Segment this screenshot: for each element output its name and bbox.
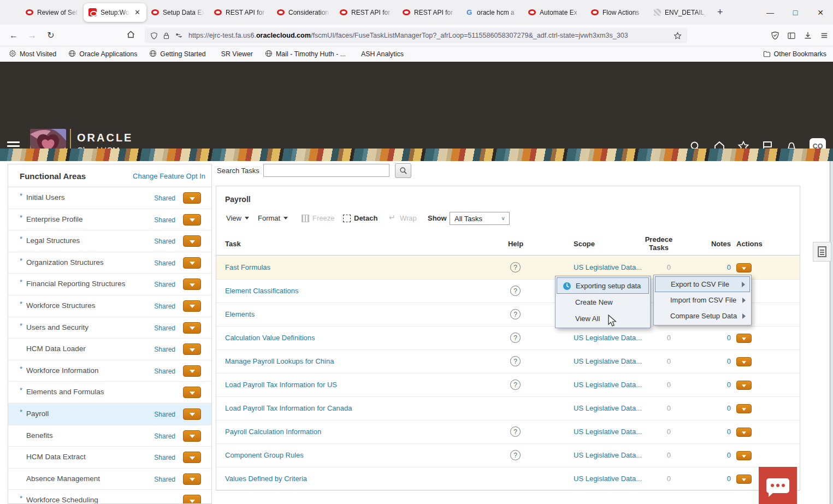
help-icon[interactable]: ?: [510, 286, 521, 296]
row-actions-button[interactable]: [736, 381, 752, 390]
row-actions-button[interactable]: [736, 428, 752, 437]
notes-count-link[interactable]: 0: [697, 404, 731, 412]
change-feature-opt-in-link[interactable]: Change Feature Opt In: [133, 172, 205, 180]
search-button[interactable]: [395, 163, 411, 178]
functional-area-actions-button[interactable]: [183, 343, 201, 355]
column-header-notes[interactable]: Notes: [686, 240, 731, 248]
column-header-actions[interactable]: Actions: [736, 240, 763, 248]
help-icon[interactable]: ?: [510, 380, 521, 390]
lock-icon[interactable]: [163, 32, 170, 40]
row-actions-button[interactable]: [736, 475, 752, 484]
back-icon[interactable]: ←: [4, 31, 23, 40]
permissions-icon[interactable]: [175, 32, 184, 39]
url-text[interactable]: https://ejrc-test.fa.us6.oraclecloud.com…: [188, 32, 669, 39]
minimize-button[interactable]: —: [758, 0, 783, 25]
browser-tab-setup-data-ex[interactable]: Setup Data Ex: [146, 3, 209, 22]
bookmark-oracle-applications[interactable]: Oracle Applications: [68, 50, 137, 59]
sidebar-item-absence-management[interactable]: Absence ManagementShared: [8, 469, 211, 490]
sidebar-item-users-and-security[interactable]: *Users and SecurityShared: [8, 317, 211, 339]
bookmark-star-icon[interactable]: [674, 32, 682, 40]
other-bookmarks[interactable]: Other Bookmarks: [763, 50, 826, 58]
browser-tab-flow-actions[interactable]: Flow Actions: [586, 3, 649, 22]
task-link[interactable]: Component Group Rules: [225, 451, 304, 459]
row-actions-button[interactable]: [736, 357, 752, 366]
browser-tab-rest-api-for-c[interactable]: REST API for C: [398, 3, 460, 22]
row-actions-button[interactable]: [736, 404, 752, 413]
home-icon[interactable]: [121, 30, 140, 41]
shared-link[interactable]: Shared: [154, 432, 175, 440]
bookmark-sr-viewer[interactable]: SR Viewer: [218, 50, 253, 58]
sidebar-item-legal-structures[interactable]: *Legal StructuresShared: [8, 230, 211, 252]
maximize-button[interactable]: □: [783, 0, 808, 25]
menu-item-create-new[interactable]: Create New: [557, 294, 649, 310]
menu-icon[interactable]: [820, 32, 829, 39]
help-icon[interactable]: ?: [510, 262, 521, 272]
help-icon[interactable]: ?: [510, 356, 521, 366]
functional-area-actions-button[interactable]: [183, 473, 201, 485]
sidebar-item-workforce-scheduling[interactable]: *Workforce Scheduling: [8, 490, 211, 504]
shared-link[interactable]: Shared: [154, 303, 175, 310]
functional-area-actions-button[interactable]: [183, 387, 201, 398]
functional-area-actions-button[interactable]: [183, 408, 201, 420]
sidebar-toggle-icon[interactable]: [787, 32, 796, 40]
row-actions-button[interactable]: [736, 334, 752, 343]
notes-count-link[interactable]: 0: [697, 475, 731, 483]
shared-link[interactable]: Shared: [154, 367, 175, 375]
browser-tab-consideration[interactable]: Consideration: [272, 3, 335, 22]
sidebar-item-workforce-structures[interactable]: *Workforce StructuresShared: [8, 295, 211, 317]
functional-area-actions-button[interactable]: [183, 300, 201, 312]
functional-area-actions-button[interactable]: [183, 495, 201, 504]
functional-area-actions-button[interactable]: [183, 235, 201, 247]
help-icon[interactable]: ?: [510, 333, 521, 343]
shared-link[interactable]: Shared: [154, 238, 175, 245]
menu-item-import-from-csv-file[interactable]: Import from CSV File: [655, 292, 750, 308]
shared-link[interactable]: Shared: [154, 216, 175, 224]
new-tab-button[interactable]: +: [712, 4, 729, 20]
functional-area-actions-button[interactable]: [183, 322, 201, 334]
column-header-help[interactable]: Help: [499, 240, 532, 248]
task-link[interactable]: Fast Formulas: [225, 263, 270, 271]
functional-area-actions-button[interactable]: [183, 365, 201, 377]
url-bar[interactable]: https://ejrc-test.fa.us6.oraclecloud.com…: [145, 28, 687, 43]
help-icon[interactable]: ?: [510, 426, 521, 437]
help-icon[interactable]: ?: [510, 450, 521, 460]
functional-area-actions-button[interactable]: [183, 452, 201, 463]
shared-link[interactable]: Shared: [154, 281, 175, 288]
notes-count-link[interactable]: 0: [697, 381, 731, 389]
task-link[interactable]: Elements: [225, 310, 255, 318]
notes-count-link[interactable]: 0: [697, 357, 731, 365]
sidebar-item-benefits[interactable]: BenefitsShared: [8, 425, 211, 447]
task-link[interactable]: Load Payroll Tax Information for US: [225, 381, 337, 389]
task-panel-toggle-button[interactable]: [813, 242, 831, 262]
notes-count-link[interactable]: 0: [697, 334, 731, 342]
shared-link[interactable]: Shared: [154, 194, 175, 202]
sidebar-item-hcm-data-loader[interactable]: HCM Data LoaderShared: [8, 339, 211, 360]
column-header-scope[interactable]: Scope: [574, 240, 595, 248]
browser-tab-automate-ex[interactable]: Automate Ex: [523, 3, 586, 22]
column-header-predecessor[interactable]: PredeceTasks: [631, 235, 686, 252]
bookmark-mail-timothy-huth[interactable]: Mail - Timothy Huth - ...: [265, 50, 346, 59]
feedback-widget-button[interactable]: [759, 467, 797, 504]
shield-icon[interactable]: [150, 32, 158, 40]
view-menu-button[interactable]: View: [226, 214, 249, 222]
notes-count-link[interactable]: 0: [697, 428, 731, 436]
task-link[interactable]: Values Defined by Criteria: [225, 475, 307, 483]
forward-icon[interactable]: →: [23, 31, 42, 40]
bookmark-ash-analytics[interactable]: ASH Analytics: [358, 50, 404, 58]
column-header-task[interactable]: Task: [225, 240, 241, 248]
sidebar-item-initial-users[interactable]: *Initial UsersShared: [8, 187, 211, 209]
task-link[interactable]: Payroll Calculation Information: [225, 428, 321, 436]
show-filter-select[interactable]: All Tasks˅: [450, 212, 510, 225]
row-actions-button[interactable]: [736, 451, 752, 460]
sidebar-item-enterprise-profile[interactable]: *Enterprise ProfileShared: [8, 209, 211, 231]
menu-item-export-to-csv-file[interactable]: Export to CSV File: [655, 276, 750, 292]
sidebar-item-organization-structures[interactable]: *Organization StructuresShared: [8, 252, 211, 274]
shared-link[interactable]: Shared: [154, 476, 175, 483]
shared-link[interactable]: Shared: [154, 259, 175, 267]
bookmark-most-visited[interactable]: Most Visited: [9, 50, 56, 59]
functional-area-actions-button[interactable]: [183, 192, 201, 204]
functional-area-actions-button[interactable]: [183, 430, 201, 442]
task-link[interactable]: Element Classifications: [225, 287, 298, 295]
sidebar-item-hcm-data-extract[interactable]: HCM Data ExtractShared: [8, 447, 211, 469]
functional-area-actions-button[interactable]: [183, 278, 201, 290]
